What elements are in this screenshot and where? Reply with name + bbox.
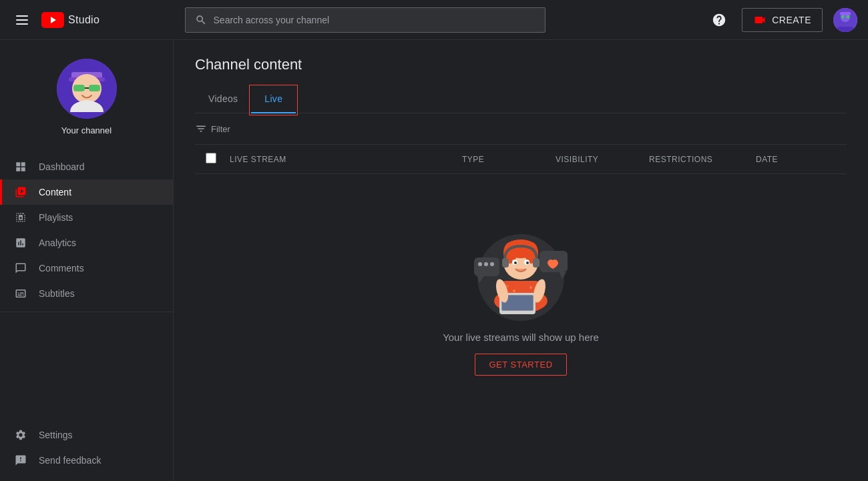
- tab-live[interactable]: Live: [251, 87, 296, 113]
- sidebar-item-settings[interactable]: Settings: [0, 422, 173, 448]
- create-button[interactable]: CREATE: [742, 8, 823, 32]
- sidebar-item-playlists-label: Playlists: [39, 212, 73, 223]
- svg-rect-4: [837, 27, 854, 32]
- svg-rect-12: [73, 85, 85, 91]
- sidebar-item-feedback[interactable]: Send feedback: [0, 448, 173, 473]
- empty-state-text: Your live streams will show up here: [443, 332, 599, 343]
- avatar-image: [833, 8, 857, 32]
- top-navigation: Studio CREATE: [0, 0, 868, 40]
- svg-rect-34: [502, 258, 509, 268]
- svg-point-6: [847, 15, 850, 18]
- page-title: Channel content: [195, 56, 847, 73]
- channel-name: Your channel: [61, 125, 112, 135]
- svg-point-5: [841, 15, 845, 18]
- search-icon: [195, 14, 207, 26]
- content-area: Channel content Videos Live Filter: [174, 40, 868, 481]
- svg-point-19: [490, 262, 494, 266]
- th-date: Date: [756, 155, 836, 164]
- svg-point-26: [513, 290, 515, 292]
- sidebar-item-content-label: Content: [39, 187, 71, 197]
- sidebar: Your channel Dashboard Content: [0, 40, 174, 481]
- th-live-stream: Live stream: [230, 155, 462, 164]
- grid-icon: [13, 161, 28, 173]
- avatar[interactable]: [833, 8, 857, 32]
- sidebar-item-settings-label: Settings: [39, 430, 73, 440]
- nav-items: Dashboard Content Playlists: [0, 149, 173, 417]
- svg-rect-16: [474, 258, 499, 276]
- filter-bar: Filter: [195, 113, 847, 145]
- empty-state: Your live streams will show up here GET …: [195, 174, 847, 402]
- analytics-icon: [13, 237, 28, 249]
- hamburger-menu[interactable]: [11, 10, 33, 30]
- th-visibility: Visibility: [556, 155, 649, 164]
- studio-label: Studio: [68, 14, 99, 26]
- comments-icon: [13, 262, 28, 274]
- video-camera-icon: [753, 13, 767, 27]
- sidebar-item-comments-label: Comments: [39, 263, 84, 274]
- sidebar-item-content[interactable]: Content: [0, 179, 173, 205]
- nav-right: CREATE: [707, 8, 857, 32]
- channel-avatar-image: [57, 59, 117, 119]
- svg-point-17: [478, 262, 482, 266]
- svg-point-18: [484, 262, 488, 266]
- filter-icon-svg: [195, 123, 207, 135]
- svg-point-39: [526, 262, 529, 264]
- sidebar-bottom: Settings Send feedback: [0, 417, 173, 481]
- table-header: Live stream Type Visibility Restrictions…: [195, 145, 847, 174]
- tabs-container: Videos Live: [195, 87, 847, 113]
- channel-avatar[interactable]: [57, 59, 117, 119]
- sidebar-item-dashboard-label: Dashboard: [39, 161, 85, 172]
- create-label: CREATE: [772, 15, 811, 25]
- youtube-icon: [41, 12, 64, 28]
- th-restrictions: Restrictions: [649, 155, 756, 164]
- main-body: Your channel Dashboard Content: [0, 40, 868, 481]
- logo-area[interactable]: Studio: [41, 12, 99, 28]
- search-bar[interactable]: [185, 7, 546, 33]
- sidebar-item-dashboard[interactable]: Dashboard: [0, 154, 173, 179]
- playlists-icon: [13, 211, 28, 223]
- sidebar-item-analytics[interactable]: Analytics: [0, 230, 173, 256]
- filter-button[interactable]: Filter: [195, 123, 230, 135]
- empty-state-illustration: [461, 214, 581, 321]
- sidebar-item-subtitles[interactable]: Subtitles: [0, 281, 173, 306]
- content-icon: [13, 186, 28, 198]
- sidebar-item-analytics-label: Analytics: [39, 237, 76, 248]
- nav-divider: [0, 312, 173, 312]
- search-input[interactable]: [214, 15, 535, 25]
- gear-icon: [13, 429, 28, 441]
- sidebar-item-playlists[interactable]: Playlists: [0, 205, 173, 230]
- sidebar-item-comments[interactable]: Comments: [0, 256, 173, 281]
- th-type: Type: [462, 155, 556, 164]
- channel-profile: Your channel: [0, 40, 173, 149]
- tab-videos[interactable]: Videos: [195, 87, 251, 113]
- sidebar-item-feedback-label: Send feedback: [39, 455, 101, 466]
- svg-rect-35: [533, 258, 539, 268]
- filter-label: Filter: [211, 124, 230, 134]
- select-all-checkbox[interactable]: [206, 153, 216, 163]
- content-inner: Channel content Videos Live Filter: [174, 40, 868, 418]
- select-all-checkbox-container[interactable]: [206, 153, 230, 165]
- svg-point-28: [529, 286, 532, 289]
- sidebar-item-subtitles-label: Subtitles: [39, 288, 75, 299]
- subtitles-icon: [13, 288, 28, 300]
- svg-rect-7: [840, 12, 851, 15]
- get-started-button[interactable]: GET STARTED: [475, 354, 566, 376]
- question-mark-icon: [712, 13, 726, 27]
- svg-point-38: [514, 262, 517, 264]
- feedback-icon: [13, 454, 28, 466]
- svg-rect-13: [89, 85, 100, 91]
- help-button[interactable]: [707, 8, 731, 32]
